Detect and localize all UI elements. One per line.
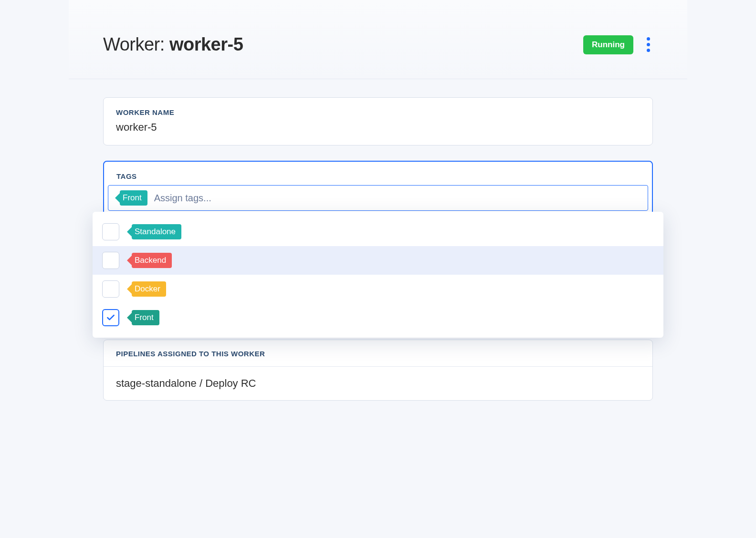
header-actions: Running	[583, 34, 653, 55]
tags-input-row[interactable]: Front	[108, 185, 648, 211]
tag-chip-standalone: Standalone	[132, 224, 181, 239]
status-badge: Running	[583, 35, 633, 54]
pipelines-label: PIPELINES ASSIGNED TO THIS WORKER	[104, 340, 652, 367]
tags-dropdown: Standalone Backend Docker F	[93, 212, 663, 338]
page-title: Worker: worker-5	[103, 34, 243, 55]
checkbox-docker[interactable]	[102, 280, 119, 298]
tag-option-docker[interactable]: Docker	[93, 275, 663, 303]
pipeline-row[interactable]: stage-standalone / Deploy RC	[104, 367, 652, 400]
tags-label: TAGS	[104, 162, 652, 185]
tags-input[interactable]	[154, 193, 641, 204]
tags-card: TAGS Front	[103, 161, 653, 216]
checkbox-standalone[interactable]	[102, 223, 119, 240]
more-vertical-icon[interactable]	[644, 34, 653, 55]
page-header: Worker: worker-5 Running	[69, 0, 687, 79]
tag-option-standalone[interactable]: Standalone	[93, 217, 663, 246]
check-icon	[106, 313, 116, 322]
tag-chip-docker: Docker	[132, 281, 166, 297]
title-worker-name: worker-5	[169, 34, 243, 54]
tag-chip-front: Front	[132, 310, 159, 325]
checkbox-front[interactable]	[102, 309, 119, 326]
tag-option-backend[interactable]: Backend	[93, 246, 663, 275]
tag-chip-backend: Backend	[132, 253, 172, 268]
tag-option-front[interactable]: Front	[93, 303, 663, 332]
pipelines-card: PIPELINES ASSIGNED TO THIS WORKER stage-…	[103, 340, 653, 401]
worker-name-card: WORKER NAME worker-5	[103, 97, 653, 145]
title-prefix: Worker:	[103, 34, 169, 54]
checkbox-backend[interactable]	[102, 252, 119, 269]
worker-name-label: WORKER NAME	[104, 98, 652, 121]
selected-tag-front[interactable]: Front	[120, 190, 147, 206]
worker-name-value: worker-5	[104, 121, 652, 145]
